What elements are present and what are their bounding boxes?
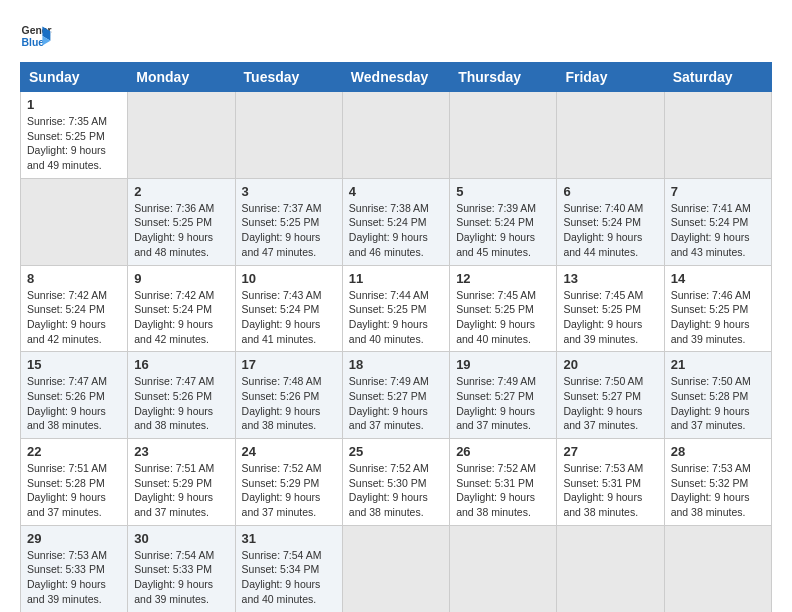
calendar-cell [342, 525, 449, 612]
calendar-cell: 9Sunrise: 7:42 AMSunset: 5:24 PMDaylight… [128, 265, 235, 352]
calendar-cell: 30Sunrise: 7:54 AMSunset: 5:33 PMDayligh… [128, 525, 235, 612]
calendar-cell [557, 92, 664, 179]
day-number: 12 [456, 271, 550, 286]
day-detail: Sunrise: 7:52 AMSunset: 5:30 PMDaylight:… [349, 461, 443, 520]
col-header-monday: Monday [128, 63, 235, 92]
day-detail: Sunrise: 7:51 AMSunset: 5:29 PMDaylight:… [134, 461, 228, 520]
calendar-cell: 5Sunrise: 7:39 AMSunset: 5:24 PMDaylight… [450, 178, 557, 265]
day-number: 28 [671, 444, 765, 459]
calendar-cell: 12Sunrise: 7:45 AMSunset: 5:25 PMDayligh… [450, 265, 557, 352]
day-number: 4 [349, 184, 443, 199]
calendar-cell: 21Sunrise: 7:50 AMSunset: 5:28 PMDayligh… [664, 352, 771, 439]
day-detail: Sunrise: 7:38 AMSunset: 5:24 PMDaylight:… [349, 201, 443, 260]
day-number: 11 [349, 271, 443, 286]
day-number: 9 [134, 271, 228, 286]
calendar-cell: 10Sunrise: 7:43 AMSunset: 5:24 PMDayligh… [235, 265, 342, 352]
day-number: 21 [671, 357, 765, 372]
calendar-cell: 6Sunrise: 7:40 AMSunset: 5:24 PMDaylight… [557, 178, 664, 265]
day-number: 30 [134, 531, 228, 546]
day-number: 20 [563, 357, 657, 372]
calendar-cell: 13Sunrise: 7:45 AMSunset: 5:25 PMDayligh… [557, 265, 664, 352]
day-number: 19 [456, 357, 550, 372]
day-detail: Sunrise: 7:54 AMSunset: 5:33 PMDaylight:… [134, 548, 228, 607]
day-detail: Sunrise: 7:42 AMSunset: 5:24 PMDaylight:… [27, 288, 121, 347]
calendar-cell: 8Sunrise: 7:42 AMSunset: 5:24 PMDaylight… [21, 265, 128, 352]
svg-text:Blue: Blue [22, 37, 45, 48]
day-number: 10 [242, 271, 336, 286]
day-detail: Sunrise: 7:35 AMSunset: 5:25 PMDaylight:… [27, 114, 121, 173]
day-number: 14 [671, 271, 765, 286]
calendar-cell: 17Sunrise: 7:48 AMSunset: 5:26 PMDayligh… [235, 352, 342, 439]
col-header-thursday: Thursday [450, 63, 557, 92]
day-number: 1 [27, 97, 121, 112]
day-detail: Sunrise: 7:44 AMSunset: 5:25 PMDaylight:… [349, 288, 443, 347]
calendar-cell [664, 92, 771, 179]
day-detail: Sunrise: 7:41 AMSunset: 5:24 PMDaylight:… [671, 201, 765, 260]
day-detail: Sunrise: 7:42 AMSunset: 5:24 PMDaylight:… [134, 288, 228, 347]
day-detail: Sunrise: 7:43 AMSunset: 5:24 PMDaylight:… [242, 288, 336, 347]
calendar-cell: 3Sunrise: 7:37 AMSunset: 5:25 PMDaylight… [235, 178, 342, 265]
day-detail: Sunrise: 7:49 AMSunset: 5:27 PMDaylight:… [456, 374, 550, 433]
calendar-cell: 22Sunrise: 7:51 AMSunset: 5:28 PMDayligh… [21, 439, 128, 526]
calendar-cell: 15Sunrise: 7:47 AMSunset: 5:26 PMDayligh… [21, 352, 128, 439]
day-number: 6 [563, 184, 657, 199]
day-detail: Sunrise: 7:45 AMSunset: 5:25 PMDaylight:… [456, 288, 550, 347]
col-header-wednesday: Wednesday [342, 63, 449, 92]
calendar-cell: 20Sunrise: 7:50 AMSunset: 5:27 PMDayligh… [557, 352, 664, 439]
day-number: 7 [671, 184, 765, 199]
day-detail: Sunrise: 7:52 AMSunset: 5:29 PMDaylight:… [242, 461, 336, 520]
calendar-cell [450, 525, 557, 612]
page-header: General Blue [20, 20, 772, 52]
day-detail: Sunrise: 7:45 AMSunset: 5:25 PMDaylight:… [563, 288, 657, 347]
day-number: 2 [134, 184, 228, 199]
day-number: 15 [27, 357, 121, 372]
calendar-cell: 26Sunrise: 7:52 AMSunset: 5:31 PMDayligh… [450, 439, 557, 526]
calendar-cell [21, 178, 128, 265]
calendar-cell [664, 525, 771, 612]
calendar-cell: 1Sunrise: 7:35 AMSunset: 5:25 PMDaylight… [21, 92, 128, 179]
calendar-cell: 4Sunrise: 7:38 AMSunset: 5:24 PMDaylight… [342, 178, 449, 265]
day-detail: Sunrise: 7:53 AMSunset: 5:32 PMDaylight:… [671, 461, 765, 520]
col-header-tuesday: Tuesday [235, 63, 342, 92]
day-number: 27 [563, 444, 657, 459]
calendar-cell: 25Sunrise: 7:52 AMSunset: 5:30 PMDayligh… [342, 439, 449, 526]
calendar-cell: 24Sunrise: 7:52 AMSunset: 5:29 PMDayligh… [235, 439, 342, 526]
day-detail: Sunrise: 7:53 AMSunset: 5:33 PMDaylight:… [27, 548, 121, 607]
day-detail: Sunrise: 7:48 AMSunset: 5:26 PMDaylight:… [242, 374, 336, 433]
day-detail: Sunrise: 7:46 AMSunset: 5:25 PMDaylight:… [671, 288, 765, 347]
col-header-saturday: Saturday [664, 63, 771, 92]
day-number: 26 [456, 444, 550, 459]
day-detail: Sunrise: 7:47 AMSunset: 5:26 PMDaylight:… [134, 374, 228, 433]
day-detail: Sunrise: 7:49 AMSunset: 5:27 PMDaylight:… [349, 374, 443, 433]
calendar-cell [235, 92, 342, 179]
day-number: 13 [563, 271, 657, 286]
calendar-cell: 16Sunrise: 7:47 AMSunset: 5:26 PMDayligh… [128, 352, 235, 439]
day-number: 24 [242, 444, 336, 459]
logo: General Blue [20, 20, 52, 52]
day-number: 16 [134, 357, 228, 372]
day-number: 5 [456, 184, 550, 199]
day-detail: Sunrise: 7:53 AMSunset: 5:31 PMDaylight:… [563, 461, 657, 520]
calendar-table: SundayMondayTuesdayWednesdayThursdayFrid… [20, 62, 772, 612]
day-detail: Sunrise: 7:39 AMSunset: 5:24 PMDaylight:… [456, 201, 550, 260]
calendar-cell [342, 92, 449, 179]
day-number: 31 [242, 531, 336, 546]
calendar-cell: 2Sunrise: 7:36 AMSunset: 5:25 PMDaylight… [128, 178, 235, 265]
col-header-sunday: Sunday [21, 63, 128, 92]
day-number: 18 [349, 357, 443, 372]
calendar-cell [450, 92, 557, 179]
calendar-cell [128, 92, 235, 179]
day-number: 17 [242, 357, 336, 372]
calendar-cell: 11Sunrise: 7:44 AMSunset: 5:25 PMDayligh… [342, 265, 449, 352]
day-detail: Sunrise: 7:40 AMSunset: 5:24 PMDaylight:… [563, 201, 657, 260]
calendar-cell [557, 525, 664, 612]
day-number: 22 [27, 444, 121, 459]
day-number: 25 [349, 444, 443, 459]
calendar-cell: 18Sunrise: 7:49 AMSunset: 5:27 PMDayligh… [342, 352, 449, 439]
calendar-cell: 31Sunrise: 7:54 AMSunset: 5:34 PMDayligh… [235, 525, 342, 612]
day-detail: Sunrise: 7:37 AMSunset: 5:25 PMDaylight:… [242, 201, 336, 260]
day-detail: Sunrise: 7:47 AMSunset: 5:26 PMDaylight:… [27, 374, 121, 433]
day-number: 29 [27, 531, 121, 546]
day-detail: Sunrise: 7:50 AMSunset: 5:27 PMDaylight:… [563, 374, 657, 433]
col-header-friday: Friday [557, 63, 664, 92]
